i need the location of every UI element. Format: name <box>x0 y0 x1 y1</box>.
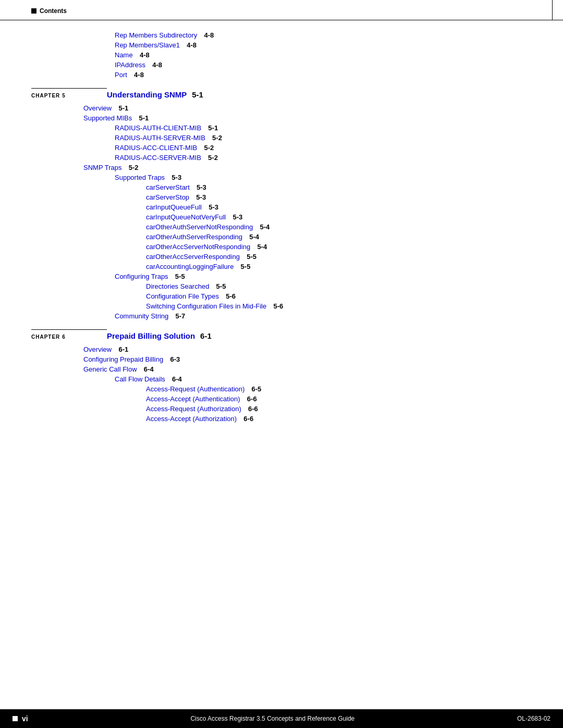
list-item: SNMP Traps 5-2 <box>31 164 542 171</box>
main-content: Rep Members Subdirectory 4-8 Rep Members… <box>31 31 542 702</box>
list-item: carOtherAccServerResponding 5-5 <box>31 253 542 261</box>
footer-title: Cisco Access Registrar 3.5 Concepts and … <box>190 715 354 722</box>
entry-label[interactable]: carOtherAuthServerResponding <box>146 233 242 241</box>
entry-label-directories-searched[interactable]: Directories Searched <box>146 282 209 290</box>
entry-num: 4-8 <box>136 51 150 59</box>
entry-label[interactable]: Access-Accept (Authorization) <box>146 415 237 423</box>
entry-label[interactable]: Overview <box>83 346 112 353</box>
entry-num: 5-4 <box>246 233 259 241</box>
list-item: IPAddress 4-8 <box>31 61 542 69</box>
entry-num: 5-7 <box>172 312 185 320</box>
entry-num: 6-3 <box>166 355 180 363</box>
footer-left: vi <box>13 714 28 723</box>
entry-label-community-string[interactable]: Community String <box>115 312 168 320</box>
entry-num: 5-6 <box>222 292 236 300</box>
chapter5-title[interactable]: Understanding SNMP <box>107 90 187 99</box>
list-item: RADIUS-AUTH-SERVER-MIB 5-2 <box>31 134 542 142</box>
top-border <box>0 20 563 20</box>
entry-num: 5-3 <box>193 183 206 191</box>
entry-num: 5-1 <box>115 104 128 112</box>
entry-num: 6-5 <box>248 385 261 393</box>
list-item: RADIUS-ACC-CLIENT-MIB 5-2 <box>31 144 542 152</box>
entry-label[interactable]: Switching Configuration Files in Mid-Fil… <box>146 302 266 310</box>
list-item: carInputQueueNotVeryFull 5-3 <box>31 213 542 221</box>
entry-num: 6-4 <box>168 375 182 383</box>
footer-square <box>13 716 18 721</box>
chapter6-title-area: Prepaid Billing Solution 6-1 <box>107 331 212 340</box>
entry-num: 5-2 <box>209 134 222 142</box>
chapter6-entries: Overview 6-1 Configuring Prepaid Billing… <box>31 346 542 423</box>
list-item: Call Flow Details 6-4 <box>31 375 542 383</box>
entry-label[interactable]: Access-Accept (Authentication) <box>146 395 240 403</box>
list-item: carInputQueueFull 5-3 <box>31 203 542 211</box>
chapter5-header: CHAPTER 5 Understanding SNMP 5-1 <box>31 88 542 99</box>
entry-label[interactable]: Rep Members Subdirectory <box>115 31 197 39</box>
entry-label[interactable]: carOtherAccServerResponding <box>146 253 240 261</box>
chapter6-title[interactable]: Prepaid Billing Solution <box>107 331 195 340</box>
list-item: carOtherAuthServerNotResponding 5-4 <box>31 223 542 231</box>
entry-num: 5-2 <box>125 164 138 171</box>
list-item: Access-Request (Authorization) 6-6 <box>31 405 542 413</box>
entry-label[interactable]: Access-Request (Authorization) <box>146 405 241 413</box>
entry-num: 5-3 <box>168 174 181 181</box>
entry-num: 6-1 <box>115 346 128 353</box>
entry-label[interactable]: Access-Request (Authentication) <box>146 385 244 393</box>
entry-label-call-flow-details[interactable]: Call Flow Details <box>115 375 165 383</box>
entry-label[interactable]: Port <box>115 71 127 79</box>
footer-code: OL-2683-02 <box>517 715 550 722</box>
entry-label[interactable]: Name <box>115 51 133 59</box>
entry-label[interactable]: Configuring Traps <box>115 273 168 280</box>
entry-label[interactable]: carServerStop <box>146 193 189 201</box>
entry-label-configuring-prepaid[interactable]: Configuring Prepaid Billing <box>83 355 163 363</box>
entry-num: 6-6 <box>240 415 253 423</box>
entry-label-config-file-types[interactable]: Configuration File Types <box>146 292 219 300</box>
entry-num: 5-5 <box>237 263 250 270</box>
entry-label[interactable]: RADIUS-ACC-SERVER-MIB <box>115 154 201 162</box>
entry-num: 6-6 <box>243 395 257 403</box>
list-item: carOtherAuthServerResponding 5-4 <box>31 233 542 241</box>
chapter6-word: CHAPTER <box>31 334 60 340</box>
entry-label[interactable]: Rep Members/Slave1 <box>115 41 180 49</box>
footer-page-num: vi <box>22 714 28 723</box>
list-item: carServerStop 5-3 <box>31 193 542 201</box>
list-item: Rep Members/Slave1 4-8 <box>31 41 542 49</box>
chapter6-label-area: CHAPTER 6 <box>31 329 107 340</box>
entry-label[interactable]: RADIUS-AUTH-CLIENT-MIB <box>115 124 201 132</box>
entry-num: 5-5 <box>243 253 256 261</box>
entry-label[interactable]: carAccountingLoggingFailure <box>146 263 234 270</box>
entry-label[interactable]: Overview <box>83 104 112 112</box>
entry-num: 5-4 <box>253 243 267 251</box>
entry-label[interactable]: carInputQueueFull <box>146 203 202 211</box>
entry-label[interactable]: carOtherAuthServerNotResponding <box>146 223 253 231</box>
entry-label[interactable]: SNMP Traps <box>83 164 121 171</box>
chapter5-label-area: CHAPTER 5 <box>31 88 107 99</box>
chapter6-num: 6 <box>62 334 65 340</box>
entry-label[interactable]: carInputQueueNotVeryFull <box>146 213 226 221</box>
entry-label-supported-traps[interactable]: Supported Traps <box>115 174 165 181</box>
entry-label[interactable]: carServerStart <box>146 183 190 191</box>
entry-label[interactable]: RADIUS-AUTH-SERVER-MIB <box>115 134 205 142</box>
entry-label[interactable]: carOtherAccServerNotResponding <box>146 243 250 251</box>
chapter5-line <box>31 88 107 89</box>
entry-label[interactable]: Supported MIBs <box>83 114 132 122</box>
chapter5-word: CHAPTER <box>31 93 60 98</box>
entry-label[interactable]: RADIUS-ACC-CLIENT-MIB <box>115 144 197 152</box>
chapter6-title-num: 6-1 <box>200 331 212 340</box>
entry-num: 5-2 <box>200 144 214 152</box>
entry-num: 4-8 <box>130 71 144 79</box>
entry-num: 4-8 <box>149 61 162 69</box>
entry-num: 4-8 <box>200 31 214 39</box>
list-item: Overview 6-1 <box>31 346 542 353</box>
list-item: Configuring Prepaid Billing 6-3 <box>31 355 542 363</box>
entry-num: 5-3 <box>192 193 206 201</box>
entry-num: 5-1 <box>135 114 149 122</box>
entry-label-generic-call-flow[interactable]: Generic Call Flow <box>83 365 137 373</box>
list-item: Configuration File Types 5-6 <box>31 292 542 300</box>
header-label: Contents <box>40 7 67 15</box>
list-item: carServerStart 5-3 <box>31 183 542 191</box>
entry-num: 5-4 <box>256 223 270 231</box>
entry-label[interactable]: IPAddress <box>115 61 145 69</box>
list-item: Switching Configuration Files in Mid-Fil… <box>31 302 542 310</box>
chapter5-title-num: 5-1 <box>192 90 203 99</box>
entry-num: 6-4 <box>140 365 154 373</box>
